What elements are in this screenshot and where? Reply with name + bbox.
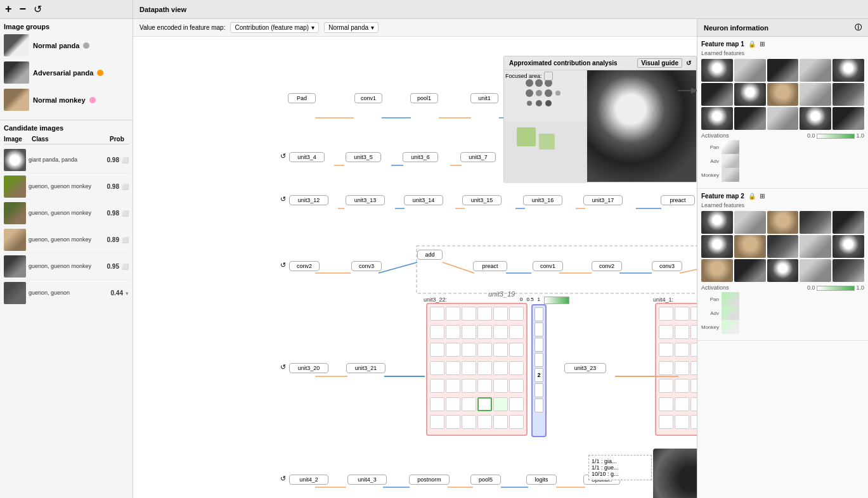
act-label-2: Activations 0.0 1.0 [701,284,864,291]
value-dropdown[interactable]: Contribution (feature map) [230,22,319,33]
unit4-1-grid[interactable]: 1 [655,303,697,436]
feat-thumb-1-14[interactable] [832,107,864,130]
svg-point-39 [526,89,533,97]
feat-thumb-1-12[interactable] [767,107,799,130]
act-adv-thumb-1 [722,154,739,168]
node-conv3[interactable]: conv3 [351,261,382,271]
feat-thumb-2-10[interactable] [701,259,733,282]
group-adv-panda[interactable]: Adversarial panda [4,61,129,84]
feat-thumb-1-9[interactable] [832,83,864,106]
node-unit3-4[interactable]: unit3_4 [289,152,325,162]
node-unit3-17[interactable]: unit3_17 [583,195,623,205]
node-unit4-2[interactable]: unit4_2 [289,475,328,485]
cand-flag-0: ⬜ [122,157,129,163]
node-unit3-7[interactable]: unit3_7 [460,152,496,162]
node-postnorm[interactable]: postnorm [409,475,450,485]
learned-features-grid-1 [701,59,864,130]
candidate-row-3[interactable]: guenon, guenon monkey 0.89 ⬜ [4,227,129,253]
feat-thumb-2-11[interactable] [734,259,766,282]
node-pad[interactable]: Pad [288,93,316,103]
visual-guide-tab[interactable]: Visual guide [637,58,682,68]
feat-thumb-2-3[interactable] [800,211,831,234]
feat-thumb-2-12[interactable] [767,259,799,282]
group-normal-monkey[interactable]: Normal monkey [4,89,129,111]
node-preact-1[interactable]: preact [661,195,695,205]
feat-map2-expand-icon[interactable]: ⊞ [760,193,765,200]
node-unit3-23[interactable]: unit3_23 [564,363,606,373]
group-label-normal-panda: Normal panda [33,42,79,49]
feat-map1-expand-icon[interactable]: ⊞ [760,41,765,48]
node-unit3-13[interactable]: unit3_13 [346,195,385,205]
node-unit4-3[interactable]: unit4_3 [347,475,387,485]
loop-icon-row2: ↺ [280,152,286,160]
feat-thumb-1-6[interactable] [734,83,766,106]
feat-thumb-2-8[interactable] [800,235,831,258]
feat-thumb-2-4[interactable] [832,211,864,234]
candidate-row-2[interactable]: guenon, guenon monkey 0.98 ⬜ [4,200,129,227]
node-conv2b[interactable]: conv2 [592,261,622,271]
group-normal-panda[interactable]: Normal panda [4,34,129,56]
node-conv1[interactable]: conv1 [354,93,382,103]
node-unit3-5[interactable]: unit3_5 [346,152,381,162]
node-unit3-20[interactable]: unit3_20 [289,363,328,373]
act-pan-thumb-2 [722,292,739,306]
feat-thumb-2-6[interactable] [734,235,766,258]
node-conv2[interactable]: conv2 [289,261,320,271]
feat-thumb-2-9[interactable] [832,235,864,258]
feat-thumb-1-3[interactable] [800,59,831,82]
svg-point-43 [527,101,532,106]
feat-thumb-1-8[interactable] [800,83,831,106]
node-logits[interactable]: logits [526,475,557,485]
node-unit3-16[interactable]: unit3_16 [523,195,562,205]
remove-icon[interactable]: − [20,3,27,16]
feat-thumb-1-1[interactable] [734,59,766,82]
act-row-monkey-2: Monkey [701,320,864,334]
add-icon[interactable]: + [5,3,12,16]
cand-info-2: guenon, guenon monkey [29,210,105,217]
candidate-row-5[interactable]: guenon, guenon 0.44 ▾ [4,280,129,307]
act-row-monkey-1: Monkey [701,168,864,182]
candidate-row-1[interactable]: guenon, guenon monkey 0.98 ⬜ [4,174,129,200]
cand-prob-3: 0.89 [107,236,119,243]
feat-thumb-1-10[interactable] [701,107,733,130]
feat-thumb-1-13[interactable] [800,107,831,130]
node-unit3-15[interactable]: unit3_15 [462,195,502,205]
node-unit1[interactable]: unit1 [470,93,498,103]
feat-thumb-2-7[interactable] [767,235,799,258]
feat-thumb-2-13[interactable] [800,259,831,282]
datapath-area[interactable]: Value encoded in feature map: Contributi… [133,19,697,498]
class-dropdown[interactable]: Normal panda [324,22,379,33]
node-unit3-21[interactable]: unit3_21 [346,363,385,373]
candidate-row-4[interactable]: guenon, guenon monkey 0.95 ⬜ [4,253,129,280]
neuron-info-icon[interactable]: ⓘ [855,23,862,32]
feat-map2-lock-icon[interactable]: 🔒 [748,193,756,200]
feat-thumb-1-5[interactable] [701,83,733,106]
cand-info-1: guenon, guenon monkey [29,183,105,190]
node-conv1b[interactable]: conv1 [533,261,563,271]
candidate-row-0[interactable]: giant panda, panda 0.98 ⬜ [4,147,129,174]
node-add-left[interactable]: add [417,250,443,260]
refresh-icon[interactable]: ↺ [686,60,691,67]
learned-features-label-2: Learned features [701,202,864,208]
node-pool5[interactable]: pool5 [470,475,501,485]
feat-thumb-2-5[interactable] [701,235,733,258]
act-row-pan-2: Pan [701,292,864,306]
node-unit3-6[interactable]: unit3_6 [403,152,438,162]
node-pool1[interactable]: pool1 [410,93,438,103]
feat-thumb-1-4[interactable] [832,59,864,82]
node-unit3-12[interactable]: unit3_12 [289,195,328,205]
unit3-22-grid[interactable] [426,303,528,436]
node-unit3-14[interactable]: unit3_14 [404,195,443,205]
feat-thumb-2-1[interactable] [734,211,766,234]
feat-map1-lock-icon[interactable]: 🔒 [748,41,756,48]
node-preact-2[interactable]: preact [473,261,507,271]
feat-thumb-1-11[interactable] [734,107,766,130]
feat-thumb-2-14[interactable] [832,259,864,282]
feat-thumb-1-0[interactable] [701,59,733,82]
reset-icon[interactable]: ↺ [34,3,42,15]
feat-thumb-2-0[interactable] [701,211,733,234]
node-conv3b[interactable]: conv3 [652,261,682,271]
feat-thumb-1-2[interactable] [767,59,799,82]
feat-thumb-1-7[interactable] [767,83,799,106]
feat-thumb-2-2[interactable] [767,211,799,234]
